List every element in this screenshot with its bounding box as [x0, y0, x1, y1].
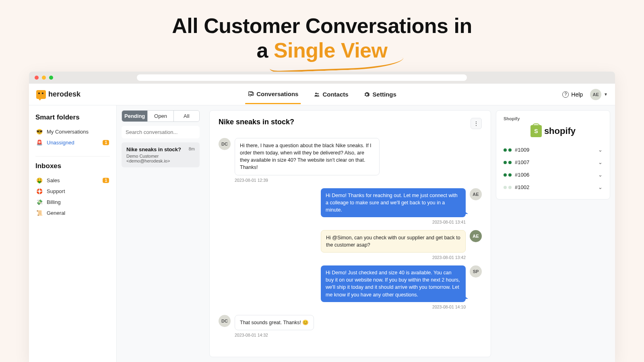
list-item-title: Nike sneaks in stock?	[126, 146, 181, 152]
order-row[interactable]: #1002 ⌄	[504, 181, 603, 193]
sender-avatar: DC	[219, 138, 231, 150]
shopify-section-label: Shopify	[504, 116, 603, 121]
shopify-card: Shopify shopify #1009 ⌄ #1007 ⌄ #1006 ⌄	[496, 110, 610, 200]
app-window: herodesk Conversations Contacts Settings…	[29, 72, 615, 362]
sidebar-item-billing[interactable]: 💸 Billing	[35, 197, 110, 208]
help-icon: ?	[562, 91, 569, 98]
message-list: DC Hi there, I have a question about the…	[219, 138, 482, 337]
message-timestamp: 2023-08-01 14:32	[235, 333, 482, 337]
status-dots-icon	[504, 173, 512, 177]
conversation-list-item[interactable]: Nike sneaks in stock? 8m Demo Customer <…	[122, 142, 200, 167]
sidebar: Smart folders 😎 My Conversations 🚨 Unass…	[29, 105, 117, 362]
list-item-age: 8m	[189, 146, 195, 152]
smart-folders-title: Smart folders	[35, 113, 110, 121]
general-emoji-icon: 📜	[36, 210, 43, 216]
status-dots-icon	[504, 161, 512, 164]
tab-open[interactable]: Open	[147, 111, 173, 121]
kebab-icon: ⋮	[473, 120, 479, 127]
gear-icon	[364, 91, 370, 98]
window-close-dot[interactable]	[35, 76, 39, 80]
sender-avatar: AE	[470, 188, 482, 200]
message-timestamp: 2023-08-01 12:39	[235, 178, 482, 183]
sender-avatar: SP	[470, 265, 482, 278]
message-bubble: Hi Demo! Just checked and size 40 is ava…	[321, 265, 466, 302]
shopify-logo: shopify	[504, 125, 603, 137]
browser-chrome	[29, 72, 615, 84]
user-avatar: AE	[590, 89, 601, 100]
alert-emoji-icon: 🚨	[36, 140, 43, 146]
window-max-dot[interactable]	[49, 76, 53, 80]
svg-point-1	[317, 93, 318, 94]
lifebuoy-emoji-icon: 🛟	[36, 188, 43, 194]
message-timestamp: 2023-08-01 14:10	[219, 304, 466, 309]
brand-mark-icon	[36, 90, 46, 99]
status-tabs: Pending Open All	[122, 110, 200, 122]
workspace: Smart folders 😎 My Conversations 🚨 Unass…	[29, 105, 615, 362]
status-dots-icon	[504, 148, 512, 152]
tab-all[interactable]: All	[173, 111, 199, 121]
chevron-down-icon: ⌄	[598, 147, 603, 153]
nav-contacts[interactable]: Contacts	[311, 85, 351, 104]
sidebar-item-unassigned[interactable]: 🚨 Unassigned 1	[35, 137, 110, 148]
window-min-dot[interactable]	[42, 76, 46, 80]
caret-down-icon: ▼	[604, 92, 608, 97]
chevron-down-icon: ⌄	[598, 184, 603, 190]
inboxes-title: Inboxes	[35, 156, 110, 170]
message-outgoing: Hi Demo! Thanks for reaching out. Let me…	[219, 188, 482, 217]
brand-name: herodesk	[48, 90, 80, 99]
main-nav: Conversations Contacts Settings	[245, 85, 399, 104]
sender-avatar: AE	[470, 230, 482, 242]
message-timestamp: 2023-08-01 13:42	[219, 255, 466, 260]
search-input[interactable]	[122, 126, 200, 138]
svg-point-0	[315, 93, 317, 94]
hero-line1: All Customer Conversations in	[0, 14, 644, 38]
url-bar[interactable]	[137, 74, 467, 81]
sunglasses-emoji-icon: 😎	[36, 129, 43, 135]
account-menu[interactable]: AE ▼	[590, 89, 608, 100]
conversation-title: Nike sneaks in stock?	[219, 118, 294, 126]
sidebar-item-sales[interactable]: 🤑 Sales 1	[35, 175, 110, 186]
message-outgoing: Hi Demo! Just checked and size 40 is ava…	[219, 265, 482, 302]
order-row[interactable]: #1006 ⌄	[504, 169, 603, 181]
status-dots-icon	[504, 186, 512, 189]
shopify-bag-icon	[530, 125, 542, 137]
chat-icon	[248, 90, 254, 97]
sidebar-item-support[interactable]: 🛟 Support	[35, 186, 110, 197]
order-row[interactable]: #1009 ⌄	[504, 144, 603, 156]
conversation-menu-button[interactable]: ⋮	[471, 118, 482, 129]
message-bubble: Hi Demo! Thanks for reaching out. Let me…	[321, 188, 466, 217]
sidebar-item-general[interactable]: 📜 General	[35, 208, 110, 218]
message-bubble: That sounds great. Thanks! 😊	[235, 315, 314, 330]
billing-emoji-icon: 💸	[36, 199, 43, 205]
integrations-panel: Shopify shopify #1009 ⌄ #1007 ⌄ #1006 ⌄	[496, 105, 615, 362]
help-link[interactable]: ? Help	[562, 91, 583, 98]
message-timestamp: 2023-08-01 13:41	[219, 220, 466, 224]
hero-line2: a Single View	[0, 38, 644, 63]
message-incoming: DC That sounds great. Thanks! 😊	[219, 315, 482, 330]
nav-right: ? Help AE ▼	[562, 89, 608, 100]
chevron-down-icon: ⌄	[598, 159, 603, 165]
nav-conversations[interactable]: Conversations	[245, 85, 301, 104]
people-icon	[314, 91, 320, 98]
list-item-from: Demo Customer <demo@herodesk.io>	[126, 154, 195, 163]
sidebar-item-my-conversations[interactable]: 😎 My Conversations	[35, 126, 110, 137]
conversation-card: Nike sneaks in stock? ⋮ DC Hi there, I h…	[209, 110, 491, 357]
sales-count-badge: 1	[103, 178, 109, 183]
message-internal-note: Hi @Simon, can you check with our suppli…	[219, 230, 482, 253]
message-incoming: DC Hi there, I have a question about the…	[219, 138, 482, 175]
message-bubble: Hi @Simon, can you check with our suppli…	[321, 230, 466, 253]
order-row[interactable]: #1007 ⌄	[504, 156, 603, 169]
tab-pending[interactable]: Pending	[122, 111, 147, 121]
brand-logo[interactable]: herodesk	[36, 90, 80, 99]
money-emoji-icon: 🤑	[36, 177, 43, 183]
hero-accent: Single View	[274, 38, 388, 63]
top-nav: herodesk Conversations Contacts Settings…	[29, 84, 615, 105]
chevron-down-icon: ⌄	[598, 172, 603, 178]
unassigned-count-badge: 1	[103, 140, 109, 145]
nav-settings[interactable]: Settings	[361, 85, 399, 104]
message-bubble: Hi there, I have a question about the bl…	[235, 138, 380, 175]
conversation-list: Pending Open All Nike sneaks in stock? 8…	[117, 105, 204, 362]
conversation-panel: Nike sneaks in stock? ⋮ DC Hi there, I h…	[204, 105, 496, 362]
hero-headline: All Customer Conversations in a Single V…	[0, 0, 644, 63]
sender-avatar: DC	[219, 315, 231, 327]
